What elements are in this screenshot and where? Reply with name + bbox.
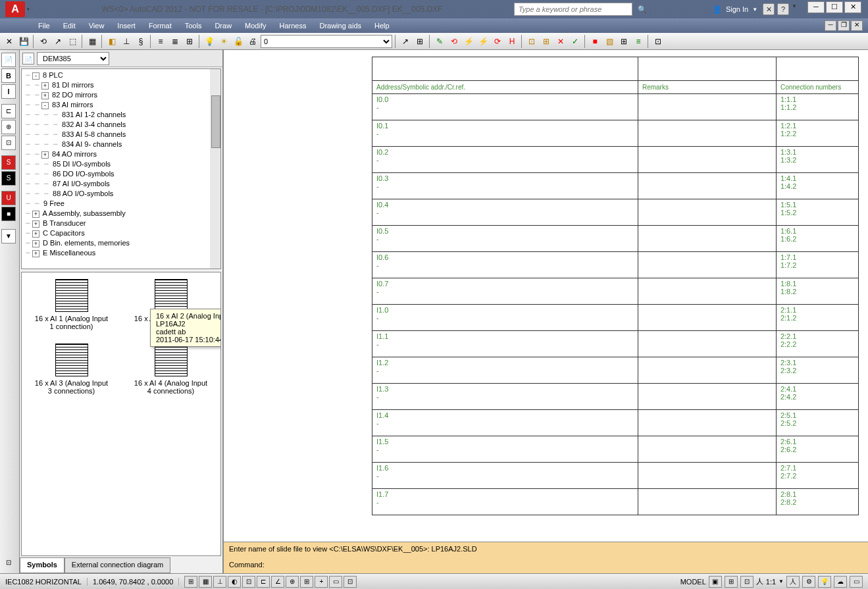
- menu-insert[interactable]: Insert: [111, 20, 142, 31]
- expand-icon[interactable]: +: [32, 230, 39, 238]
- tree-item[interactable]: ┈+ C Capacitors: [23, 228, 219, 238]
- tree-scrollbar[interactable]: [210, 69, 220, 269]
- layer-dropdown[interactable]: 0: [261, 35, 392, 48]
- tool-icon[interactable]: ≡: [154, 35, 167, 48]
- tool-icon[interactable]: ⟲: [37, 35, 50, 48]
- tree-item[interactable]: ┈┈┈ 87 AI I/O-symbols: [23, 179, 219, 189]
- status-btn[interactable]: ⊡: [740, 576, 753, 588]
- tool-icon[interactable]: ⊞: [183, 35, 196, 48]
- search-input[interactable]: [514, 3, 632, 16]
- tool-icon[interactable]: ■: [588, 35, 601, 48]
- model-label[interactable]: MODEL: [680, 578, 706, 586]
- menu-format[interactable]: Format: [142, 20, 178, 31]
- tool-icon[interactable]: ⊡: [1, 136, 16, 150]
- status-btn[interactable]: ☁: [834, 576, 847, 588]
- tree-item[interactable]: ┈┈┈┈ 831 AI 1-2 channels: [23, 110, 219, 120]
- tool-icon[interactable]: ⊞: [540, 35, 553, 48]
- drawing-canvas[interactable]: Address/Symbolic addr./Cr.ref. Remarks C…: [224, 50, 868, 573]
- tool-icon[interactable]: ≡: [632, 35, 645, 48]
- tool-icon[interactable]: ▦: [86, 35, 99, 48]
- tree-item[interactable]: ┈┈┈ 85 DI I/O-symbols: [23, 159, 219, 169]
- tree-item[interactable]: ┈┈ 9 Free: [23, 199, 219, 209]
- status-btn[interactable]: ▭: [329, 576, 342, 588]
- tool-icon[interactable]: ≣: [168, 35, 182, 48]
- app-logo[interactable]: A: [5, 1, 25, 17]
- menu-help[interactable]: Help: [368, 20, 396, 31]
- expand-icon[interactable]: +: [41, 151, 49, 159]
- status-btn[interactable]: +: [315, 576, 328, 588]
- command-line[interactable]: Enter name of slide file to view <C:\ELS…: [224, 542, 868, 573]
- help-icon[interactable]: ?: [777, 3, 789, 15]
- menu-file[interactable]: File: [32, 20, 57, 31]
- tree-item[interactable]: ┈┈+ 82 DO mirrors: [23, 90, 219, 100]
- tree-item[interactable]: ┈┈┈┈ 833 AI 5-8 channels: [23, 130, 219, 140]
- tool-icon[interactable]: ◧: [105, 35, 118, 48]
- expand-icon[interactable]: +: [32, 211, 39, 218]
- tool-icon[interactable]: H: [505, 35, 519, 48]
- sun-icon[interactable]: ☀: [217, 35, 230, 48]
- tool-icon[interactable]: ⊡: [651, 35, 665, 48]
- tool-icon[interactable]: ⊞: [617, 35, 630, 48]
- bulb-icon[interactable]: 💡: [203, 35, 216, 48]
- tree-item[interactable]: ┈┈- 83 AI mirrors: [23, 100, 219, 110]
- tree-item[interactable]: ┈┈+ 84 AO mirrors: [23, 149, 219, 159]
- menu-draw[interactable]: Draw: [208, 20, 238, 31]
- tree-item[interactable]: ┈┈┈ 86 DO I/O-symbols: [23, 169, 219, 179]
- close-x-icon[interactable]: ✕: [3, 35, 16, 48]
- red-s-icon[interactable]: S: [1, 155, 16, 170]
- tool-icon[interactable]: ✕: [554, 35, 567, 48]
- menu-drawing-aids[interactable]: Drawing aids: [313, 20, 368, 31]
- maximize-button[interactable]: ☐: [826, 1, 843, 13]
- preview-item[interactable]: 16 x AI 3 (Analog Input3 connections): [28, 344, 115, 395]
- tool-icon[interactable]: ⊡: [525, 35, 538, 48]
- lock-icon[interactable]: 🔓: [232, 35, 245, 48]
- preview-item[interactable]: 16 x AI 4 (Analog Input4 connections): [128, 344, 214, 395]
- menu-edit[interactable]: Edit: [57, 20, 82, 31]
- expand-icon[interactable]: +: [32, 220, 39, 228]
- status-btn[interactable]: ▦: [199, 576, 212, 588]
- tool-icon[interactable]: ⟳: [491, 35, 504, 48]
- status-btn[interactable]: ⊕: [286, 576, 299, 588]
- tool-icon[interactable]: ↗: [51, 35, 64, 48]
- tool-icon[interactable]: ✓: [569, 35, 582, 48]
- menu-view[interactable]: View: [82, 20, 111, 31]
- tool-icon[interactable]: ⚡: [462, 35, 475, 48]
- tool-icon[interactable]: §: [134, 35, 147, 48]
- tree-item[interactable]: ┈- 8 PLC: [23, 70, 219, 80]
- save-icon[interactable]: 💾: [17, 35, 30, 48]
- page-icon[interactable]: 📄: [22, 53, 34, 64]
- bold-icon[interactable]: B: [1, 68, 16, 83]
- child-restore-button[interactable]: ❐: [838, 20, 850, 31]
- tab-external-connection[interactable]: External connection diagram: [64, 557, 170, 573]
- menu-modify[interactable]: Modify: [238, 20, 272, 31]
- symbol-library-dropdown[interactable]: DEM385: [37, 52, 109, 65]
- tool-icon[interactable]: ⊏: [1, 104, 16, 118]
- tree-item[interactable]: ┈┈┈┈ 834 AI 9- channels: [23, 140, 219, 149]
- status-btn[interactable]: ▣: [709, 576, 722, 588]
- status-btn[interactable]: ⊞: [300, 576, 313, 588]
- tree-item[interactable]: ┈┈+ 81 DI mirrors: [23, 80, 219, 90]
- print-icon[interactable]: 🖨: [246, 35, 259, 48]
- tool-icon[interactable]: ⚡: [476, 35, 490, 48]
- tree-item[interactable]: ┈┈┈┈ 832 AI 3-4 channels: [23, 120, 219, 130]
- child-close-button[interactable]: ✕: [851, 20, 863, 31]
- status-btn[interactable]: ▭: [850, 576, 863, 588]
- expand-icon[interactable]: +: [32, 250, 39, 257]
- status-btn[interactable]: ◐: [228, 576, 241, 588]
- binoculars-icon[interactable]: 🔍: [638, 5, 647, 14]
- menu-harness[interactable]: Harness: [272, 20, 313, 31]
- red-u-icon[interactable]: U: [1, 191, 16, 205]
- tree-item[interactable]: ┈+ A Assembly, subassembly: [23, 209, 219, 218]
- expand-icon[interactable]: -: [32, 72, 39, 80]
- status-btn[interactable]: ⊡: [344, 576, 357, 588]
- tool-icon[interactable]: ⟲: [447, 35, 461, 48]
- status-btn[interactable]: ⊡: [242, 576, 255, 588]
- status-btn[interactable]: 💡: [818, 576, 831, 588]
- exchange-icon[interactable]: ✕: [763, 3, 775, 15]
- expand-icon[interactable]: -: [41, 102, 49, 109]
- minimize-button[interactable]: ─: [807, 1, 825, 13]
- tool-icon[interactable]: ▧: [603, 35, 616, 48]
- child-minimize-button[interactable]: ─: [825, 20, 836, 31]
- symbol-tree[interactable]: ┈- 8 PLC┈┈+ 81 DI mirrors┈┈+ 82 DO mirro…: [21, 68, 221, 269]
- black-square-icon[interactable]: ■: [1, 207, 16, 221]
